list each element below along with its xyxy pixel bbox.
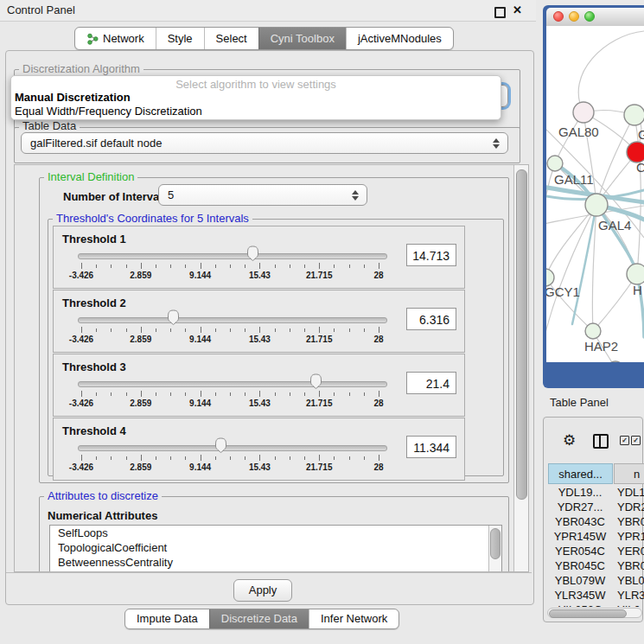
slider-tick <box>275 328 276 332</box>
threshold-1-slider-track[interactable] <box>78 253 387 259</box>
dropdown-option-manual-discretization[interactable]: Manual Discretization <box>15 91 131 104</box>
table-row[interactable]: YIL052CYIL0 <box>548 603 644 607</box>
table-panel-title: Table Panel <box>550 396 609 409</box>
slider-tick <box>245 328 245 332</box>
cell-shared-name[interactable]: YER054C <box>548 544 612 558</box>
attribute-list-item[interactable]: BetweennessCentrality <box>50 555 501 570</box>
bottom-tabbar: Impute Data Discretize Data Infer Networ… <box>124 609 399 629</box>
network-node[interactable] <box>547 156 563 171</box>
network-node[interactable] <box>624 105 644 125</box>
interval-definition-group-title: Interval Definition <box>44 171 137 183</box>
tab-style[interactable]: Style <box>156 28 204 49</box>
tab-impute-data[interactable]: Impute Data <box>125 609 209 628</box>
table-row[interactable]: YLR345WYLR3 <box>548 588 644 603</box>
slider-tick <box>304 328 305 332</box>
list-vertical-scrollbar[interactable] <box>488 526 501 572</box>
slider-tick-label: 28 <box>373 271 383 280</box>
slider-tick <box>259 455 260 461</box>
cell-shared-name[interactable]: YDL19... <box>548 485 612 500</box>
close-traffic-light-icon[interactable] <box>553 11 564 22</box>
slider-tick <box>245 392 245 396</box>
cell-shared-name[interactable]: YBR043C <box>548 514 612 529</box>
cell-name[interactable]: YBR0 <box>617 558 644 573</box>
minimize-traffic-light-icon[interactable] <box>569 11 579 22</box>
close-icon[interactable]: ✕ <box>513 3 522 16</box>
threshold-1-slider-thumb[interactable] <box>246 245 259 261</box>
network-node[interactable] <box>585 194 608 216</box>
cell-name[interactable]: YBL0 <box>617 573 644 588</box>
threshold-4-value-field[interactable]: 11.344 <box>406 436 456 458</box>
tab-network[interactable]: Network <box>75 28 156 49</box>
network-node[interactable] <box>573 102 594 123</box>
column-header-shared-name[interactable]: shared... <box>548 463 613 484</box>
cell-name[interactable]: YIL0 <box>617 603 644 607</box>
apply-button[interactable]: Apply <box>233 579 292 602</box>
network-node[interactable] <box>627 264 644 284</box>
float-window-icon[interactable] <box>494 7 506 18</box>
list-scrollbar-thumb[interactable] <box>490 528 501 559</box>
column-header-name[interactable]: n <box>614 463 644 484</box>
numerical-attributes-list[interactable]: SelfLoopsTopologicalCoefficientBetweenne… <box>49 525 502 572</box>
table-row[interactable]: YPR145WYPR1 <box>548 529 644 544</box>
slider-tick <box>290 456 290 460</box>
cell-shared-name[interactable]: YPR145W <box>548 529 612 544</box>
slider-tick <box>230 456 231 460</box>
slider-tick <box>185 456 186 460</box>
dropdown-option-equal-width-frequency[interactable]: Equal Width/Frequency Discretization <box>15 105 202 118</box>
threshold-1-value-field[interactable]: 14.713 <box>406 244 456 266</box>
number-of-intervals-combobox[interactable]: 5 <box>158 184 367 206</box>
attribute-list-item[interactable]: SelfLoops <box>50 526 501 540</box>
checkbox-icon[interactable]: ✓ <box>631 436 641 445</box>
cell-name[interactable]: YDR2 <box>617 500 644 514</box>
tab-discretize-data[interactable]: Discretize Data <box>209 609 309 628</box>
network-node[interactable] <box>546 269 554 286</box>
tab-jactivemnodules[interactable]: jActiveMNodules <box>346 28 453 49</box>
network-canvas[interactable]: GAL80GACGAL11GAL4GCY1HHAP2 <box>546 26 644 362</box>
threshold-3-value-field[interactable]: 21.4 <box>406 372 456 394</box>
slider-tick-labels: -3.4262.8599.14415.4321.71528 <box>81 335 379 345</box>
attribute-list-item[interactable]: TopologicalCoefficient <box>50 540 501 555</box>
cell-shared-name[interactable]: YBL079W <box>548 573 612 588</box>
tab-cyni-toolbox[interactable]: Cyni Toolbox <box>258 28 346 49</box>
slider-tick <box>156 265 156 268</box>
cell-shared-name[interactable]: YDR27... <box>548 500 612 514</box>
settings-scrollbar-thumb[interactable] <box>516 169 527 500</box>
table-row[interactable]: YBR043CYBR0 <box>548 514 644 529</box>
cell-name[interactable]: YLR3 <box>617 588 644 603</box>
network-node[interactable] <box>585 323 601 339</box>
threshold-3-slider-track[interactable] <box>78 381 387 387</box>
table-row[interactable]: YDL19...YDL1 <box>548 485 644 500</box>
threshold-2-slider-thumb[interactable] <box>167 309 180 325</box>
table-row[interactable]: YDR27...YDR2 <box>548 500 644 514</box>
tab-select[interactable]: Select <box>204 28 258 49</box>
threshold-3-slider-thumb[interactable] <box>309 373 322 389</box>
table-row[interactable]: YER054CYER0 <box>548 544 644 558</box>
zoom-traffic-light-icon[interactable] <box>584 11 595 22</box>
table-row[interactable]: YBR045CYBR0 <box>548 558 644 573</box>
slider-tick-label: 9.144 <box>189 399 211 408</box>
threshold-2-slider-track[interactable] <box>78 317 387 323</box>
cell-name[interactable]: YDL1 <box>617 485 644 500</box>
table-horizontal-scrollbar[interactable] <box>547 608 642 618</box>
tab-infer-network[interactable]: Infer Network <box>309 609 399 628</box>
cell-name[interactable]: YER0 <box>617 544 644 558</box>
settings-gear-icon[interactable]: ⚙ <box>563 433 576 448</box>
threshold-2-value-field[interactable]: 6.316 <box>406 308 456 330</box>
column-layout-icon[interactable] <box>593 434 609 449</box>
slider-tick <box>319 327 320 333</box>
table-row[interactable]: YBL079WYBL0 <box>548 573 644 588</box>
cell-name[interactable]: YBR0 <box>617 514 644 529</box>
table-hscrollbar-thumb[interactable] <box>549 609 627 618</box>
cell-shared-name[interactable]: YIL052C <box>548 603 612 607</box>
threshold-4-slider-thumb[interactable] <box>214 437 227 453</box>
cell-name[interactable]: YPR1 <box>617 529 644 544</box>
checkbox-icon[interactable]: ✓ <box>620 436 629 445</box>
cell-shared-name[interactable]: YLR345W <box>548 588 612 603</box>
slider-tick <box>111 265 112 268</box>
slider-tick-label: 21.715 <box>306 335 333 344</box>
table-data-combobox[interactable]: galFiltered.sif default node <box>21 132 508 154</box>
threshold-4-slider-track[interactable] <box>78 445 387 451</box>
settings-vertical-scrollbar[interactable] <box>513 165 528 571</box>
network-node[interactable] <box>607 361 624 362</box>
cell-shared-name[interactable]: YBR045C <box>548 558 612 573</box>
